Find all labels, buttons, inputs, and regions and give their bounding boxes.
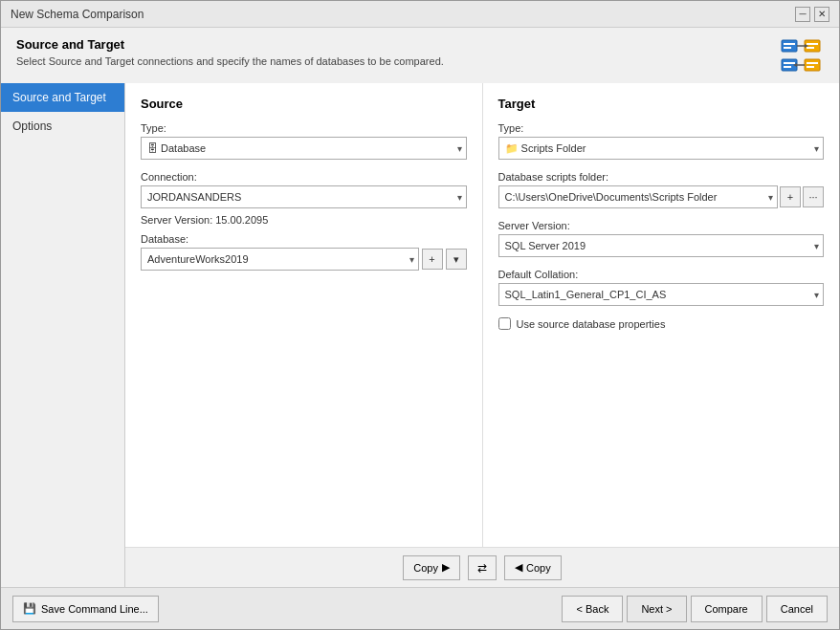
swap-icon: ⇄: [477, 561, 487, 575]
svg-rect-10: [807, 62, 818, 64]
cancel-button[interactable]: Cancel: [766, 596, 828, 622]
target-panel-title: Target: [498, 97, 825, 111]
target-collation-label: Default Collation:: [498, 269, 825, 280]
target-folder-select[interactable]: C:\Users\OneDrive\Documents\Scripts Fold…: [498, 185, 779, 208]
target-folder-select-wrapper[interactable]: C:\Users\OneDrive\Documents\Scripts Fold…: [498, 185, 779, 208]
copy-left-label: Copy: [526, 562, 551, 574]
target-server-version-select-wrapper[interactable]: SQL Server 2019 SQL Server 2017 SQL Serv…: [498, 234, 825, 257]
target-folder-row: C:\Users\OneDrive\Documents\Scripts Fold…: [498, 185, 825, 208]
save-icon: 💾: [23, 602, 36, 615]
source-type-label: Type:: [141, 122, 467, 134]
header-title: Source and Target: [16, 37, 778, 52]
source-connection-select[interactable]: JORDANSANDERS: [141, 185, 467, 208]
copy-bar: Copy ▶ ⇄ ◀ Copy: [125, 547, 839, 587]
target-folder-label: Database scripts folder:: [498, 171, 825, 183]
svg-rect-8: [784, 66, 791, 68]
bottom-bar: 💾 Save Command Line... < Back Next > Com…: [1, 587, 839, 629]
target-folder-more-button[interactable]: ···: [803, 186, 824, 207]
target-type-label: Type:: [498, 122, 825, 134]
next-button[interactable]: Next >: [627, 596, 686, 622]
panels: Source Type: 🗄 Database 📁 Scripts Folder…: [125, 83, 839, 547]
close-button[interactable]: ✕: [814, 7, 829, 22]
svg-rect-2: [784, 47, 791, 49]
sidebar-item-options[interactable]: Options: [1, 112, 124, 141]
copy-right-label: Copy: [413, 562, 438, 574]
target-server-version-select[interactable]: SQL Server 2019 SQL Server 2017 SQL Serv…: [498, 234, 825, 257]
target-collation-select[interactable]: SQL_Latin1_General_CP1_CI_AS Latin1_Gene…: [498, 283, 825, 306]
source-server-version: Server Version: 15.00.2095: [141, 214, 467, 226]
svg-rect-11: [807, 66, 814, 68]
compare-button[interactable]: Compare: [691, 596, 763, 622]
source-type-select[interactable]: 🗄 Database 📁 Scripts Folder 💾 Backup: [141, 137, 467, 160]
header-text: Source and Target Select Source and Targ…: [16, 37, 778, 67]
source-panel-title: Source: [141, 97, 467, 111]
svg-rect-7: [784, 62, 795, 64]
source-database-add-button[interactable]: +: [422, 249, 443, 270]
target-panel: Target Type: 📁 Scripts Folder 🗄 Database…: [483, 83, 840, 547]
minimize-button[interactable]: ─: [795, 7, 810, 22]
title-bar: New Schema Comparison ─ ✕: [1, 1, 839, 28]
swap-button[interactable]: ⇄: [468, 555, 497, 580]
target-type-select[interactable]: 📁 Scripts Folder 🗄 Database 💾 Backup: [498, 137, 825, 160]
source-database-label: Database:: [141, 233, 467, 245]
nav-buttons: < Back Next > Compare Cancel: [562, 596, 828, 622]
use-source-properties-label[interactable]: Use source database properties: [517, 318, 666, 330]
source-database-more-button[interactable]: ▾: [446, 249, 467, 270]
svg-rect-0: [782, 40, 797, 52]
content-area: Source Type: 🗄 Database 📁 Scripts Folder…: [125, 83, 839, 587]
svg-rect-4: [807, 43, 818, 45]
copy-left-button[interactable]: ◀ Copy: [504, 555, 562, 580]
copy-left-arrow-icon: ◀: [515, 561, 522, 574]
main-content: Source and Target Options Source Type: 🗄…: [1, 83, 839, 587]
source-panel: Source Type: 🗄 Database 📁 Scripts Folder…: [125, 83, 483, 547]
target-server-version-label: Server Version:: [498, 220, 825, 231]
target-type-select-wrapper[interactable]: 📁 Scripts Folder 🗄 Database 💾 Backup: [498, 137, 825, 160]
header-subtitle: Select Source and Target connections and…: [16, 55, 778, 67]
use-source-properties-row: Use source database properties: [498, 317, 825, 330]
target-collation-select-wrapper[interactable]: SQL_Latin1_General_CP1_CI_AS Latin1_Gene…: [498, 283, 825, 306]
sidebar-item-source-and-target[interactable]: Source and Target: [1, 83, 124, 112]
dialog: New Schema Comparison ─ ✕ Source and Tar…: [0, 0, 840, 630]
save-command-line-button[interactable]: 💾 Save Command Line...: [12, 596, 159, 622]
source-connection-select-wrapper[interactable]: JORDANSANDERS: [141, 185, 467, 208]
back-button[interactable]: < Back: [562, 596, 623, 622]
save-label: Save Command Line...: [41, 603, 148, 615]
schema-compare-icon: [778, 37, 824, 76]
source-database-row: AdventureWorks2019 + ▾: [141, 248, 467, 271]
svg-rect-9: [805, 59, 820, 71]
sidebar: Source and Target Options: [1, 83, 125, 587]
title-bar-controls: ─ ✕: [795, 7, 829, 22]
copy-right-button[interactable]: Copy ▶: [403, 555, 460, 580]
header-section: Source and Target Select Source and Targ…: [1, 28, 839, 83]
source-database-select[interactable]: AdventureWorks2019: [141, 248, 419, 271]
source-type-select-wrapper[interactable]: 🗄 Database 📁 Scripts Folder 💾 Backup: [141, 137, 467, 160]
target-folder-add-button[interactable]: +: [780, 186, 801, 207]
dialog-title: New Schema Comparison: [11, 8, 144, 21]
source-database-select-wrapper[interactable]: AdventureWorks2019: [141, 248, 419, 271]
use-source-properties-checkbox[interactable]: [498, 317, 511, 330]
copy-right-arrow-icon: ▶: [442, 561, 450, 574]
source-connection-label: Connection:: [141, 171, 467, 183]
svg-rect-1: [784, 43, 795, 45]
svg-rect-5: [807, 47, 814, 49]
